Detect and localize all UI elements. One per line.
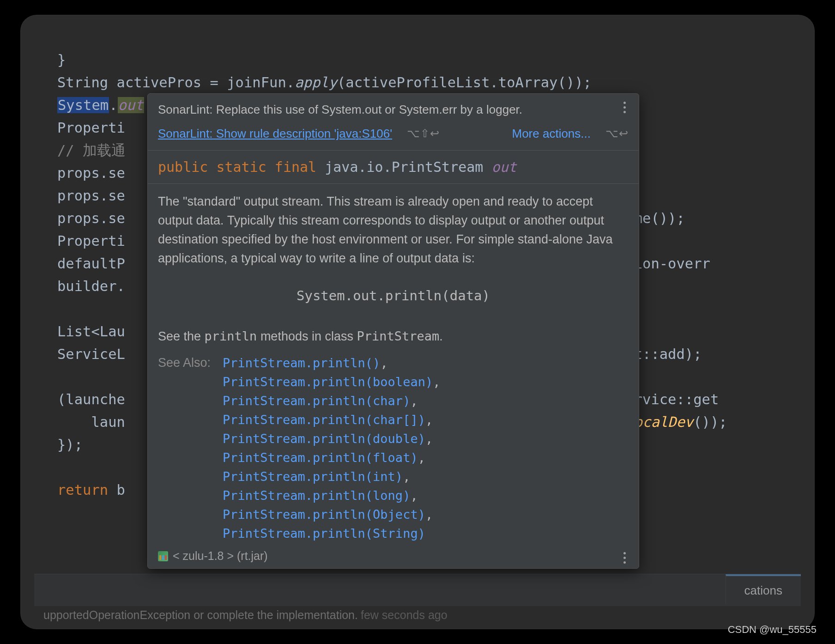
see-also-links: PrintStream.println(), PrintStream.print…: [223, 353, 440, 543]
show-rule-link[interactable]: SonarLint: Show rule description 'java:S…: [158, 124, 392, 143]
code-line: props.se: [57, 188, 125, 204]
status-message: upportedOperationException or complete t…: [43, 608, 448, 622]
status-time: few seconds ago: [361, 608, 448, 621]
watermark: CSDN @wu_55555: [728, 624, 817, 636]
lint-header: SonarLint: Replace this use of System.ou…: [148, 94, 639, 151]
javadoc-body: The "standard" output stream. This strea…: [148, 184, 639, 545]
code-line: Properti: [57, 120, 125, 136]
doc-paragraph: The "standard" output stream. This strea…: [158, 192, 629, 268]
see-also-label: See Also:: [158, 353, 223, 543]
library-icon: [158, 551, 168, 561]
code-line: // 加载通: [57, 142, 126, 158]
code-line: Properti: [57, 233, 125, 249]
code-line: });: [57, 437, 83, 453]
see-also-link[interactable]: PrintStream.println(boolean): [223, 375, 433, 389]
code-line: return b: [57, 482, 125, 498]
see-also-link[interactable]: PrintStream.println(int): [223, 469, 403, 484]
member-signature: public static final java.io.PrintStream …: [148, 151, 639, 184]
lint-message: SonarLint: Replace this use of System.ou…: [158, 100, 629, 119]
code-line: String activePros = joinFun.apply(active…: [57, 74, 592, 91]
see-also-link[interactable]: PrintStream.println(): [223, 356, 380, 370]
shortcut-hint: ⌥↩: [605, 124, 629, 143]
doc-paragraph: See the println methods in class PrintSt…: [158, 327, 629, 346]
doc-code-example: System.out.println(data): [158, 286, 629, 305]
see-also-link[interactable]: PrintStream.println(float): [223, 450, 418, 465]
popup-footer: < zulu-1.8 > (rt.jar): [148, 545, 639, 568]
kebab-menu-icon[interactable]: [619, 100, 629, 114]
kebab-menu-icon[interactable]: [619, 551, 629, 565]
quickdoc-popup[interactable]: SonarLint: Replace this use of System.ou…: [147, 93, 639, 569]
see-also-section: See Also: PrintStream.println(), PrintSt…: [158, 353, 629, 543]
see-also-link[interactable]: PrintStream.println(String): [223, 526, 425, 541]
toolwindow-tab[interactable]: cations: [726, 574, 801, 604]
lint-actions: SonarLint: Show rule description 'java:S…: [158, 124, 629, 143]
code-line: builder.: [57, 278, 125, 294]
ide-window: } String activePros = joinFun.apply(acti…: [20, 15, 815, 629]
code-line: props.se: [57, 165, 125, 181]
more-actions-link[interactable]: More actions...: [512, 124, 591, 143]
see-also-link[interactable]: PrintStream.println(char): [223, 394, 410, 408]
see-also-link[interactable]: PrintStream.println(char[]): [223, 413, 425, 427]
library-path: < zulu-1.8 > (rt.jar): [173, 549, 268, 563]
code-line: List<Lau: [57, 323, 125, 340]
see-also-link[interactable]: PrintStream.println(Object): [223, 507, 425, 522]
shortcut-hint: ⌥⇧↩: [407, 124, 440, 143]
see-also-link[interactable]: PrintStream.println(double): [223, 431, 425, 446]
see-also-link[interactable]: PrintStream.println(long): [223, 488, 410, 503]
status-bar: cations upportedOperationException or co…: [34, 574, 801, 606]
code-line: }: [57, 52, 66, 68]
